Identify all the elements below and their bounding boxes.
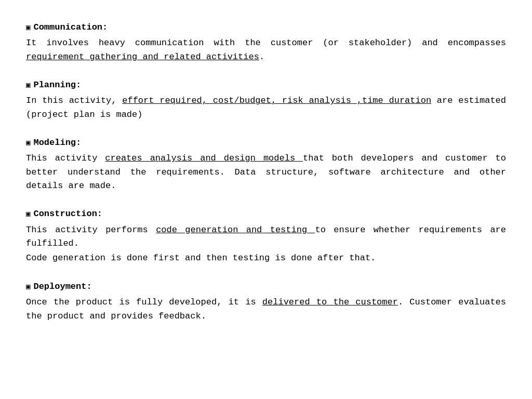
section-construction: ▣Construction:This activity performs cod… — [26, 207, 506, 265]
main-content: ▣Communication:It involves heavy communi… — [26, 21, 506, 323]
paragraph: Once the product is fully developed, it … — [26, 296, 506, 323]
underlined-text: effort required, cost/budget, risk analy… — [122, 96, 431, 105]
paragraph: This activity performs code generation a… — [26, 223, 506, 251]
underlined-text: creates analysis and design models — [105, 153, 303, 163]
paragraph: It involves heavy communication with the… — [26, 36, 506, 64]
text-span: Code generation is done first and then t… — [26, 253, 376, 263]
heading-text: Construction: — [33, 207, 102, 221]
bullet-icon: ▣ — [26, 80, 30, 91]
text-span: In this activity, — [26, 96, 122, 105]
section-modeling: ▣Modeling:This activity creates analysis… — [26, 136, 506, 193]
section-heading-construction: ▣Construction: — [26, 207, 506, 221]
underlined-text: requirement gathering and related activi… — [26, 52, 259, 62]
section-heading-planning: ▣Planning: — [26, 78, 506, 92]
section-heading-deployment: ▣Deployment: — [26, 280, 506, 294]
section-heading-communication: ▣Communication: — [26, 21, 506, 34]
underlined-text: code generation and testing — [156, 225, 315, 235]
section-heading-modeling: ▣Modeling: — [26, 136, 506, 150]
text-span: Once the product is fully developed, it … — [26, 297, 262, 307]
bullet-icon: ▣ — [26, 209, 30, 220]
bullet-icon: ▣ — [26, 282, 30, 293]
text-span: This activity performs — [26, 225, 156, 235]
heading-text: Communication: — [33, 21, 108, 34]
heading-text: Planning: — [33, 78, 81, 92]
section-body-deployment: Once the product is fully developed, it … — [26, 296, 506, 323]
bullet-icon: ▣ — [26, 22, 30, 34]
text-span: This activity — [26, 153, 105, 163]
heading-text: Modeling: — [33, 136, 81, 150]
section-body-construction: This activity performs code generation a… — [26, 223, 506, 265]
paragraph: This activity creates analysis and desig… — [26, 152, 506, 193]
paragraph: In this activity, effort required, cost/… — [26, 94, 506, 122]
bullet-icon: ▣ — [26, 138, 30, 149]
section-communication: ▣Communication:It involves heavy communi… — [26, 21, 506, 64]
section-body-planning: In this activity, effort required, cost/… — [26, 94, 506, 122]
text-span: It involves heavy communication with the… — [26, 38, 506, 48]
underlined-text: delivered to the customer — [262, 297, 398, 307]
section-planning: ▣Planning:In this activity, effort requi… — [26, 78, 506, 122]
text-span: . — [259, 52, 264, 62]
section-body-modeling: This activity creates analysis and desig… — [26, 152, 506, 193]
section-body-communication: It involves heavy communication with the… — [26, 36, 506, 64]
section-deployment: ▣Deployment:Once the product is fully de… — [26, 280, 506, 323]
heading-text: Deployment: — [33, 280, 91, 294]
paragraph: Code generation is done first and then t… — [26, 251, 506, 265]
